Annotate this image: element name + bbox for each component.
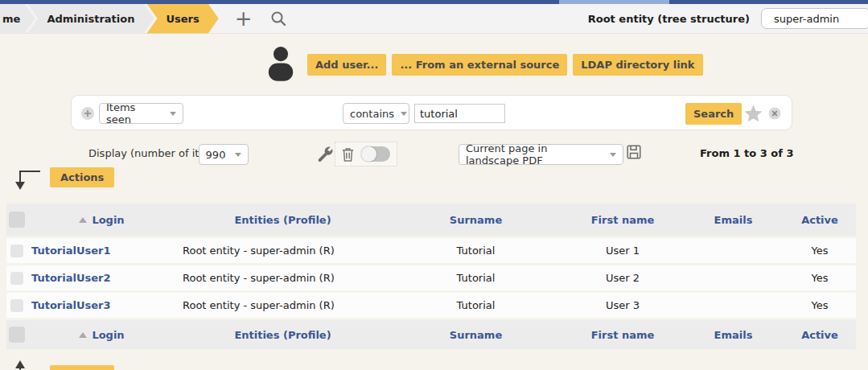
table-header-row: Login Entities (Profile) Surname First n… <box>6 204 856 236</box>
column-header-active[interactable]: Active <box>784 320 856 349</box>
active-cell: Yes <box>784 293 856 318</box>
list-toolbar: Display (number of items) 990 Current pa… <box>0 142 868 171</box>
column-header-label: First name <box>591 214 655 226</box>
add-user-external-source-button[interactable]: ... From an external source <box>392 54 567 76</box>
breadcrumb-label: Administration <box>47 13 134 25</box>
user-login-link[interactable]: TutorialUser1 <box>31 245 111 257</box>
breadcrumb-item-users[interactable]: Users <box>146 4 218 34</box>
user-menu[interactable]: super-admin <box>761 8 868 29</box>
active-cell: Yes <box>784 265 856 290</box>
toggle-knob <box>361 146 376 162</box>
surname-cell: Tutorial <box>389 265 562 290</box>
row-checkbox[interactable] <box>10 299 23 312</box>
search-query-input[interactable] <box>414 104 505 123</box>
wrench-icon[interactable] <box>317 146 334 162</box>
row-checkbox[interactable] <box>10 272 23 285</box>
entities-cell: Root entity - super-admin (R) <box>176 238 389 263</box>
organization-scope-label: Root entity (tree structure) <box>588 13 750 25</box>
export-format-select[interactable]: Current page in landscape PDF <box>459 144 623 165</box>
column-header-first-name[interactable]: First name <box>562 320 683 349</box>
column-header-label: Emails <box>714 329 753 341</box>
clear-circle-icon[interactable] <box>768 107 781 120</box>
first-name-cell: User 2 <box>562 265 683 290</box>
actions-menu-bottom: Actions <box>11 359 114 370</box>
add-user-button[interactable]: Add user... <box>307 54 386 76</box>
user-silhouette-icon <box>265 45 296 84</box>
trash-icon[interactable] <box>341 146 355 162</box>
entities-cell: Root entity - super-admin (R) <box>176 293 389 318</box>
display-count-select[interactable]: 990 <box>199 144 249 165</box>
actions-button[interactable]: Actions <box>50 167 114 187</box>
user-menu-value: super-admin <box>774 13 839 25</box>
column-header-entities[interactable]: Entities (Profile) <box>176 204 389 236</box>
toggle-switch[interactable] <box>361 146 390 162</box>
add-criteria-icon[interactable] <box>80 106 95 121</box>
column-header-login[interactable]: Login <box>27 320 176 349</box>
new-tab-plus-icon[interactable]: + <box>235 10 253 27</box>
active-cell: Yes <box>784 238 856 263</box>
column-header-emails[interactable]: Emails <box>683 320 784 349</box>
actions-button[interactable]: Actions <box>50 365 114 370</box>
user-login-link[interactable]: TutorialUser3 <box>31 299 111 311</box>
select-all-checkbox[interactable] <box>9 327 25 343</box>
column-header-emails[interactable]: Emails <box>683 204 784 236</box>
search-field-select[interactable]: Items seen <box>99 103 183 124</box>
column-header-active[interactable]: Active <box>784 204 856 236</box>
star-icon[interactable] <box>744 105 763 122</box>
pagination-range-label: From 1 to 3 of 3 <box>700 147 793 159</box>
table-row[interactable]: TutorialUser3 Root entity - super-admin … <box>6 293 856 318</box>
breadcrumb-bar: me Administration Users + Root entity (t… <box>0 4 868 34</box>
surname-cell: Tutorial <box>389 238 562 263</box>
select-all-checkbox[interactable] <box>9 212 25 228</box>
sort-asc-icon <box>79 217 87 223</box>
column-header-surname[interactable]: Surname <box>389 320 562 349</box>
column-header-label: Active <box>801 329 838 341</box>
users-table: Login Entities (Profile) Surname First n… <box>6 201 856 352</box>
user-login-link[interactable]: TutorialUser2 <box>31 272 111 284</box>
table-row[interactable]: TutorialUser2 Root entity - super-admin … <box>6 265 856 290</box>
chevron-down-icon <box>170 112 176 116</box>
emails-cell <box>683 238 784 263</box>
search-operator-value: contains <box>350 108 394 120</box>
save-icon[interactable] <box>627 145 641 159</box>
first-name-cell: User 3 <box>562 293 683 318</box>
column-header-login[interactable]: Login <box>27 204 176 236</box>
table-footer-header-row: Login Entities (Profile) Surname First n… <box>6 320 856 349</box>
column-header-surname[interactable]: Surname <box>389 204 562 236</box>
row-checkbox[interactable] <box>10 245 23 257</box>
column-header-label: Login <box>92 214 124 226</box>
breadcrumb-item-home[interactable]: me <box>0 4 35 34</box>
emails-cell <box>683 293 784 318</box>
sort-asc-icon <box>79 332 87 338</box>
search-button[interactable]: Search <box>685 103 742 125</box>
entities-cell: Root entity - super-admin (R) <box>176 265 389 290</box>
column-header-label: Surname <box>450 214 502 226</box>
column-header-label: Login <box>92 329 124 341</box>
ldap-directory-link-button[interactable]: LDAP directory link <box>573 54 702 76</box>
search-operator-select[interactable]: contains <box>343 103 409 124</box>
export-format-value: Current page in landscape PDF <box>466 142 603 166</box>
breadcrumb-label: Users <box>166 13 199 25</box>
magnifier-icon[interactable] <box>270 10 286 27</box>
column-header-label: Entities (Profile) <box>234 329 331 341</box>
chevron-down-icon <box>610 153 616 157</box>
surname-cell: Tutorial <box>389 293 562 318</box>
corner-arrow-down-icon <box>11 167 42 194</box>
column-header-label: Emails <box>714 214 753 226</box>
column-header-label: Entities (Profile) <box>234 214 331 226</box>
corner-arrow-up-icon <box>11 359 42 370</box>
emails-cell <box>683 265 784 290</box>
breadcrumb-label: me <box>2 13 20 25</box>
first-name-cell: User 1 <box>562 238 683 263</box>
column-header-label: First name <box>591 329 655 341</box>
actions-menu-top: Actions <box>11 167 114 194</box>
new-user-actions: Add user... ... From an external source … <box>265 45 703 84</box>
table-row[interactable]: TutorialUser1 Root entity - super-admin … <box>6 238 856 263</box>
column-header-first-name[interactable]: First name <box>562 204 683 236</box>
breadcrumb-item-administration[interactable]: Administration <box>27 4 154 34</box>
chevron-down-icon <box>235 153 241 157</box>
column-header-label: Active <box>801 214 838 226</box>
column-header-entities[interactable]: Entities (Profile) <box>176 320 389 349</box>
column-header-label: Surname <box>450 329 502 341</box>
bulk-delete-group <box>335 142 397 166</box>
